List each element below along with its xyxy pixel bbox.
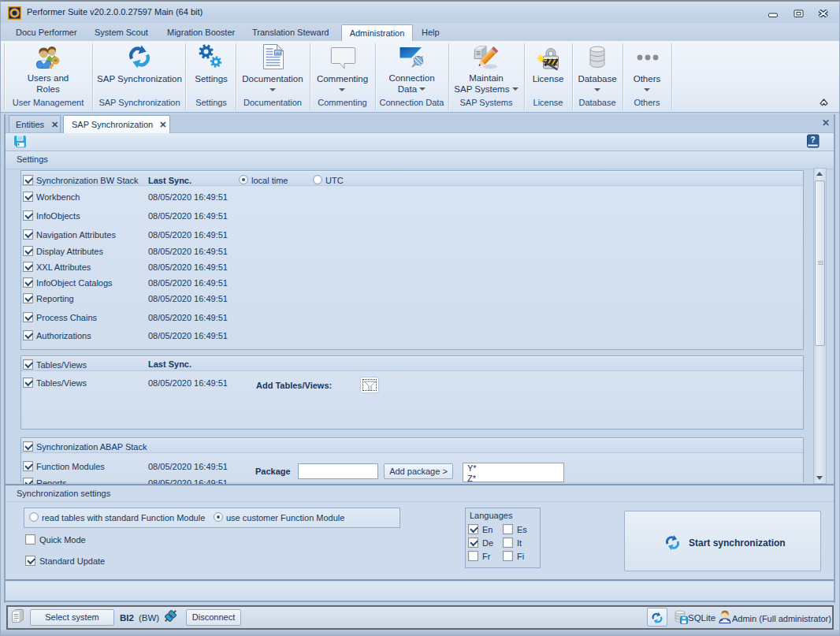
svg-text:?: ? [810, 136, 815, 144]
